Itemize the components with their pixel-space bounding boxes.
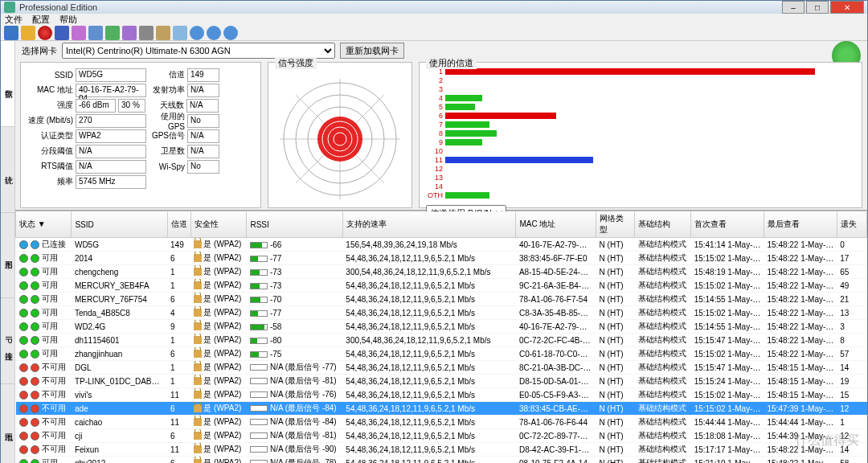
tab-ip[interactable]: IP 连接 — [1, 298, 14, 384]
info-icon[interactable] — [190, 26, 204, 40]
info-panel: SSIDWD5G信道149MAC 地址40-16-7E-A2-79-04发射功率… — [20, 62, 261, 208]
network-grid[interactable]: 状态 ▼SSID信道安全性RSSI支持的速率MAC 地址网络类型基础结构首次查看… — [15, 210, 867, 463]
adapter-label: 选择网卡 — [22, 45, 57, 57]
save-icon[interactable] — [4, 26, 18, 40]
adapter-select[interactable]: Intel(R) Centrino(R) Ultimate-N 6300 AGN — [62, 43, 335, 59]
lock-icon — [194, 322, 202, 330]
tab-graph[interactable]: 图形 — [1, 213, 14, 299]
minimize-button[interactable]: – — [782, 1, 805, 14]
column-header[interactable]: 最后查看 — [764, 211, 837, 238]
close-button[interactable]: ✕ — [830, 1, 864, 14]
table-row[interactable]: 可用20146是 (WPA2)-7754,48,36,24,18,12,11,9… — [16, 252, 867, 265]
signal-panel: 信号强度 — [268, 62, 412, 208]
svg-point-7 — [317, 117, 362, 162]
column-header[interactable]: 基础结构 — [635, 211, 691, 238]
table-row[interactable]: 不可用Feixun11是 (WPA2)N/A (最后信号 -90)54,48,3… — [16, 443, 867, 457]
signal-title: 信号强度 — [275, 57, 317, 69]
table-row[interactable]: 可用MERCURY_76F7546是 (WPA2)-7054,48,36,24,… — [16, 293, 867, 306]
table-row[interactable]: 可用WD2.4G9是 (WPA2)-5854,48,36,24,18,12,11… — [16, 320, 867, 334]
column-header[interactable]: SSID — [72, 211, 167, 238]
record-icon[interactable] — [38, 26, 52, 40]
tab-map[interactable]: 地图 — [1, 384, 14, 463]
menu-file[interactable]: 文件 — [5, 14, 23, 26]
table-row[interactable]: 可用dh111546011是 (WPA2)-80300,54,48,36,24,… — [16, 334, 867, 347]
menubar: 文件 配置 帮助 — [1, 14, 867, 26]
tab-stats[interactable]: 统计 — [1, 127, 14, 213]
reload-adapter-button[interactable]: 重新加载网卡 — [340, 43, 404, 59]
column-header[interactable]: 安全性 — [190, 211, 247, 238]
lock-icon — [194, 240, 202, 248]
lock-icon — [194, 336, 202, 344]
app-icon — [4, 2, 15, 13]
toolbar — [1, 26, 867, 41]
lock-icon — [194, 445, 202, 453]
tool5-icon[interactable] — [173, 26, 187, 40]
lock-icon — [194, 363, 202, 371]
column-header[interactable]: MAC 地址 — [516, 211, 596, 238]
lock-icon — [194, 432, 202, 440]
globe-icon[interactable] — [207, 26, 221, 40]
lock-icon — [194, 309, 202, 317]
table-row[interactable]: 可用gby20126是 (WPA2)N/A (最后信号 -78)54,48,36… — [16, 457, 867, 464]
lock-icon — [194, 295, 202, 303]
refresh-icon[interactable] — [105, 26, 120, 40]
tool4-icon[interactable] — [156, 26, 170, 40]
table-row[interactable]: 可用zhangjinhuan6是 (WPA2)-7554,48,36,24,18… — [16, 347, 867, 361]
lock-icon — [194, 418, 202, 426]
table-row[interactable]: 不可用DGL1是 (WPA2)N/A (最后信号 -77)54,48,36,24… — [16, 361, 867, 375]
print-icon[interactable] — [139, 26, 154, 40]
menu-config[interactable]: 配置 — [32, 14, 50, 26]
channel-title: 使用的信道 — [426, 57, 477, 69]
table-row[interactable]: 已连接WD5G149是 (WPA2)-66156,54,48,39,36,24,… — [16, 238, 867, 252]
table-row[interactable]: 不可用vivi's11是 (WPA2)N/A (最后信号 -76)54,48,3… — [16, 388, 867, 402]
table-row[interactable]: 可用chengcheng1是 (WPA2)-73300,54,48,36,24,… — [16, 265, 867, 279]
lock-icon — [194, 350, 202, 358]
radar-chart — [280, 79, 400, 199]
lock-icon — [194, 254, 202, 262]
tool1-icon[interactable] — [72, 26, 86, 40]
lock-icon — [194, 281, 202, 289]
table-row[interactable]: 不可用caichao11是 (WPA2)N/A (最后信号 -84)54,48,… — [16, 416, 867, 429]
lock-icon — [194, 404, 202, 412]
column-header[interactable]: 遗失 — [837, 211, 866, 238]
column-header[interactable]: 首次查看 — [691, 211, 764, 238]
channel-panel: 使用的信道 1234567891011121314OTH 信道使用 B/G/N — [419, 62, 862, 208]
tool3-icon[interactable] — [122, 26, 137, 40]
column-header[interactable]: 支持的速率 — [342, 211, 516, 238]
table-row[interactable]: 可用Tenda_4B85C84是 (WPA2)-7754,48,36,24,18… — [16, 306, 867, 320]
menu-help[interactable]: 帮助 — [59, 14, 77, 26]
lock-icon — [194, 377, 202, 385]
lock-icon — [194, 459, 202, 463]
side-tabs: 数据 统计 图形 IP 连接 地图 — [1, 41, 15, 463]
open-icon[interactable] — [21, 26, 35, 40]
table-row[interactable]: 不可用ade6是 (WPA2)N/A (最后信号 -84)54,48,36,24… — [16, 402, 867, 416]
table-row[interactable]: 不可用cji6是 (WPA2)N/A (最后信号 -81)54,48,36,24… — [16, 429, 867, 443]
table-row[interactable]: 可用MERCURY_3EB4FA1是 (WPA2)-7354,48,36,24,… — [16, 279, 867, 293]
window-title: Professional Edition — [19, 2, 780, 12]
maximize-button[interactable]: □ — [806, 1, 829, 14]
lock-icon — [194, 268, 202, 276]
lock-icon — [194, 391, 202, 399]
column-header[interactable]: 状态 ▼ — [16, 211, 72, 238]
help-icon[interactable] — [223, 26, 238, 40]
column-header[interactable]: 网络类型 — [596, 211, 635, 238]
stop-icon[interactable] — [55, 26, 69, 40]
titlebar: Professional Edition – □ ✕ — [1, 1, 867, 14]
column-header[interactable]: 信道 — [167, 211, 190, 238]
table-row[interactable]: 不可用TP-LINK_01DC_DAB…1是 (WPA2)N/A (最后信号 -… — [16, 375, 867, 388]
tab-data[interactable]: 数据 — [1, 41, 14, 127]
tool2-icon[interactable] — [88, 26, 103, 40]
column-header[interactable]: RSSI — [247, 211, 342, 238]
